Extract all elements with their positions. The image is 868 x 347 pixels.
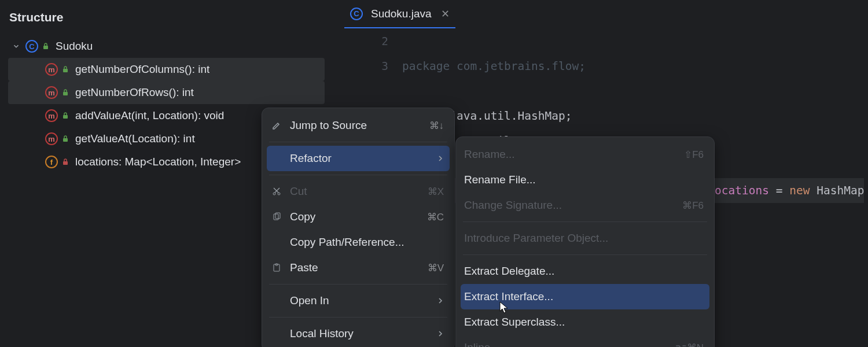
close-icon[interactable]: ✕ [441,8,450,20]
chevron-right-icon [437,152,444,165]
tab-bar: C Sudoku.java ✕ [333,0,868,29]
menu-label: Extract Delegate... [464,265,704,278]
chevron-right-icon [437,327,444,340]
menu-separator [269,175,447,175]
menu-label: Refactor [290,152,430,165]
menu-label: Extract Interface... [464,290,704,303]
svg-rect-2 [63,92,68,95]
menu-item-inline[interactable]: Inline... ⌥⌘N [456,335,714,347]
menu-item-open-in[interactable]: Open In [262,288,454,313]
menu-item-local-history[interactable]: Local History [262,321,454,346]
tree-method-node[interactable]: m getNumberOfColumns(): int [8,58,325,81]
menu-item-extract-delegate[interactable]: Extract Delegate... [456,259,714,284]
tree-class-node[interactable]: C Sudoku [8,35,325,58]
line-number: 2 [333,29,388,54]
tree-method-node[interactable]: m getNumberOfRows(): int [8,81,325,104]
svg-rect-5 [63,161,68,165]
menu-shortcut: ⌘↓ [429,120,444,132]
menu-label: Copy [290,211,420,223]
svg-rect-1 [63,69,68,72]
line-number: 3 [333,54,388,79]
menu-item-rename-file[interactable]: Rename File... [456,167,714,193]
menu-separator [463,222,707,222]
svg-rect-3 [63,115,68,119]
menu-label: Introduce Parameter Object... [464,232,704,245]
paste-icon [270,263,283,273]
private-icon [60,158,71,165]
menu-shortcut: ⌥⌘N [675,342,704,348]
context-menu: Jump to Source ⌘↓ Refactor Cut ⌘X Copy ⌘… [262,108,455,347]
cut-icon [270,186,283,197]
panel-title: Structure [0,10,333,35]
menu-label: Rename... [464,148,677,161]
public-icon [60,135,71,142]
menu-item-jump-to-source[interactable]: Jump to Source ⌘↓ [262,113,454,138]
method-badge-icon: m [45,109,58,122]
menu-label: Change Signature... [464,199,675,212]
menu-item-rename[interactable]: Rename... ⇧F6 [456,142,714,167]
svg-rect-4 [63,138,68,142]
code-text: java.util.HashMap; [443,109,572,123]
menu-shortcut: ⇧F6 [684,149,704,161]
public-icon [60,66,71,73]
field-badge-icon: f [45,156,58,168]
menu-item-copy[interactable]: Copy ⌘C [262,204,454,230]
menu-item-extract-interface[interactable]: Extract Interface... [461,284,709,309]
method-badge-icon: m [45,86,58,99]
tab-label: Sudoku.java [371,8,432,20]
method-badge-icon: m [45,63,58,76]
menu-item-paste[interactable]: Paste ⌘V [262,255,454,280]
menu-shortcut: ⌘C [427,211,444,223]
public-icon [60,89,71,96]
code-keyword: package [402,60,450,73]
chevron-down-icon[interactable] [10,42,22,50]
menu-shortcut: ⌘V [428,262,444,274]
menu-item-introduce-parameter-object[interactable]: Introduce Parameter Object... [456,226,714,251]
method-badge-icon: m [45,132,58,145]
tree-label: addValueAt(int, Location): void [75,109,224,122]
menu-separator [269,284,447,285]
menu-label: Extract Superclass... [464,316,704,328]
menu-item-cut[interactable]: Cut ⌘X [262,179,454,204]
class-badge-icon: C [350,8,363,20]
code-text: com.jetbrains.flow; [450,60,586,73]
code-text: = [769,184,789,197]
menu-shortcut: ⌘X [428,186,444,198]
code-variable: locations [708,184,769,197]
refactor-submenu: Rename... ⇧F6 Rename File... Change Sign… [455,136,715,347]
menu-label: Inline... [464,341,668,347]
menu-separator [269,317,447,318]
tree-label: getNumberOfColumns(): int [75,63,209,76]
menu-label: Copy Path/Reference... [290,236,444,249]
public-icon [60,112,71,119]
tree-label: locations: Map<Location, Integer> [75,156,241,168]
tree-label: getValueAt(Location): int [75,132,195,145]
menu-label: Local History [290,327,430,340]
svg-point-6 [273,193,275,195]
menu-label: Rename File... [464,174,704,186]
menu-item-extract-superclass[interactable]: Extract Superclass... [456,309,714,335]
svg-rect-0 [43,46,48,49]
menu-label: Open In [290,294,430,307]
code-keyword: new [789,184,810,197]
class-badge-icon: C [25,40,38,53]
public-icon [41,43,51,50]
copy-icon [270,212,283,222]
menu-item-copy-path[interactable]: Copy Path/Reference... [262,230,454,255]
menu-label: Jump to Source [290,119,422,132]
tree-label: getNumberOfRows(): int [75,86,194,99]
menu-label: Paste [290,261,421,274]
menu-item-refactor[interactable]: Refactor [267,146,450,171]
editor-tab[interactable]: C Sudoku.java ✕ [344,1,455,28]
chevron-right-icon [437,294,444,307]
menu-label: Cut [290,185,421,198]
edit-icon [270,120,283,131]
menu-separator [269,142,447,142]
svg-point-7 [278,193,280,195]
menu-item-change-signature[interactable]: Change Signature... ⌘F6 [456,193,714,218]
menu-shortcut: ⌘F6 [682,200,704,212]
code-text: HashMap [810,184,864,197]
tree-label: Sudoku [56,40,93,53]
menu-separator [463,254,707,255]
